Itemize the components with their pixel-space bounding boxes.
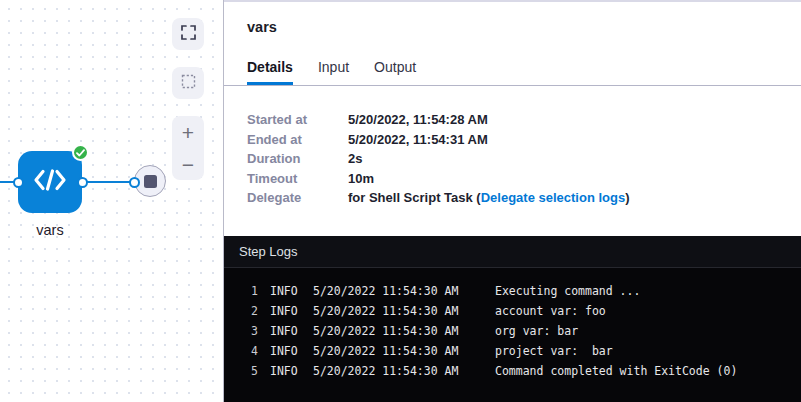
- code-icon: [33, 167, 67, 197]
- marquee-select-button[interactable]: [172, 67, 204, 99]
- stop-icon: [144, 175, 157, 188]
- detail-row-started-at: Started at 5/20/2022, 11:54:28 AM: [247, 110, 801, 130]
- marquee-select-icon: [181, 74, 196, 92]
- detail-value: 2s: [348, 149, 362, 169]
- fullscreen-icon: [181, 25, 196, 43]
- log-level: INFO: [270, 321, 300, 341]
- fullscreen-button[interactable]: [172, 18, 204, 50]
- edge-line: [82, 181, 135, 183]
- detail-value: 5/20/2022, 11:54:31 AM: [348, 130, 488, 150]
- details-section: Started at 5/20/2022, 11:54:28 AM Ended …: [224, 86, 801, 208]
- step-logs-header: Step Logs: [224, 236, 801, 268]
- detail-label: Ended at: [247, 130, 348, 150]
- detail-row-timeout: Timeout 10m: [247, 169, 801, 189]
- pipeline-canvas[interactable]: vars + −: [0, 0, 224, 402]
- log-message: Command completed with ExitCode (0): [495, 361, 737, 381]
- detail-label: Timeout: [247, 169, 348, 189]
- log-line: 3 INFO 5/20/2022 11:54:30 AM org var: ba…: [224, 321, 801, 341]
- detail-row-delegate: Delegate for Shell Script Task (Delegate…: [247, 188, 801, 208]
- node-port-out[interactable]: [77, 177, 88, 188]
- log-message: org var: bar: [495, 321, 578, 341]
- log-level: INFO: [270, 281, 300, 301]
- step-logs-body: 1 INFO 5/20/2022 11:54:30 AM Executing c…: [224, 268, 801, 381]
- pipeline-execution-view: vars + − vars: [0, 0, 801, 402]
- step-logs-console[interactable]: Step Logs 1 INFO 5/20/2022 11:54:30 AM E…: [224, 236, 801, 402]
- step-logs-title: Step Logs: [239, 244, 298, 259]
- node-port-in[interactable]: [13, 177, 24, 188]
- log-message: project var: bar: [495, 341, 613, 361]
- log-line: 1 INFO 5/20/2022 11:54:30 AM Executing c…: [224, 281, 801, 301]
- end-node-port[interactable]: [129, 177, 140, 188]
- log-timestamp: 5/20/2022 11:54:30 AM: [313, 341, 459, 361]
- step-detail-panel: vars Details Input Output Started at 5/2…: [224, 0, 801, 402]
- node-label: vars: [10, 222, 90, 238]
- log-line: 4 INFO 5/20/2022 11:54:30 AM project var…: [224, 341, 801, 361]
- log-timestamp: 5/20/2022 11:54:30 AM: [313, 301, 459, 321]
- tab-output[interactable]: Output: [374, 59, 416, 85]
- log-level: INFO: [270, 301, 300, 321]
- tab-input[interactable]: Input: [318, 59, 349, 85]
- detail-value-suffix: ): [625, 188, 629, 208]
- detail-value: 10m: [348, 169, 374, 189]
- zoom-in-button[interactable]: +: [172, 116, 204, 148]
- detail-value: for Shell Script Task (: [348, 188, 481, 208]
- detail-label: Duration: [247, 149, 348, 169]
- detail-row-ended-at: Ended at 5/20/2022, 11:54:31 AM: [247, 130, 801, 150]
- detail-label: Delegate: [247, 188, 348, 208]
- log-line-number: 4: [224, 341, 258, 361]
- log-line-number: 5: [224, 361, 258, 381]
- zoom-out-button[interactable]: −: [172, 148, 204, 180]
- log-timestamp: 5/20/2022 11:54:30 AM: [313, 321, 459, 341]
- log-message: account var: foo: [495, 301, 606, 321]
- success-check-icon: [72, 144, 89, 161]
- zoom-controls: + −: [172, 116, 204, 180]
- log-timestamp: 5/20/2022 11:54:30 AM: [313, 361, 459, 381]
- log-line-number: 3: [224, 321, 258, 341]
- log-message: Executing command ...: [495, 281, 640, 301]
- log-level: INFO: [270, 341, 300, 361]
- log-line-number: 1: [224, 281, 258, 301]
- log-level: INFO: [270, 361, 300, 381]
- detail-row-duration: Duration 2s: [247, 149, 801, 169]
- log-line-number: 2: [224, 301, 258, 321]
- step-node-vars[interactable]: [18, 151, 82, 213]
- tab-details[interactable]: Details: [247, 59, 293, 85]
- page-title: vars: [247, 19, 801, 35]
- log-timestamp: 5/20/2022 11:54:30 AM: [313, 281, 459, 301]
- detail-value: 5/20/2022, 11:54:28 AM: [348, 110, 488, 130]
- log-line: 5 INFO 5/20/2022 11:54:30 AM Command com…: [224, 361, 801, 381]
- log-line: 2 INFO 5/20/2022 11:54:30 AM account var…: [224, 301, 801, 321]
- tab-bar: Details Input Output: [224, 59, 801, 86]
- detail-label: Started at: [247, 110, 348, 130]
- delegate-selection-logs-link[interactable]: Delegate selection logs: [481, 188, 626, 208]
